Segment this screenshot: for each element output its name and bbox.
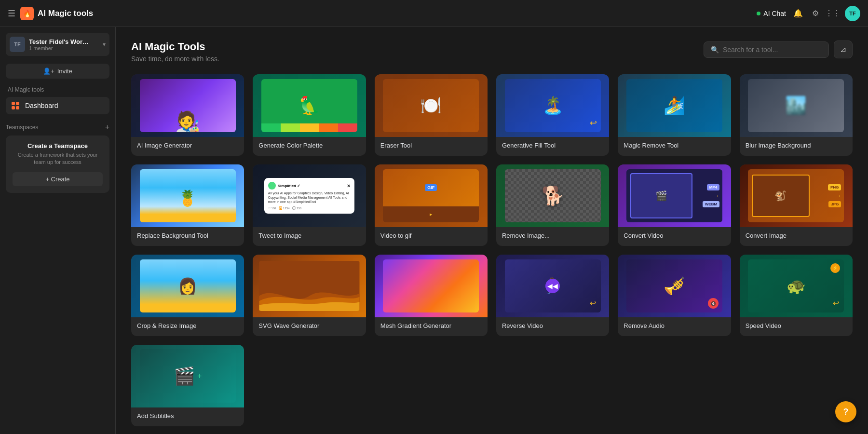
tool-label-video-last: Add Subtitles [131, 407, 244, 426]
settings-icon[interactable]: ⚙ [810, 8, 821, 19]
tool-thumb-remove-image: 🐕 [496, 164, 609, 227]
tool-label-speed-video: Speed Video [740, 317, 853, 336]
search-input[interactable] [723, 46, 822, 54]
tool-card-blur-image-background[interactable]: 🏙️ Blur Image Background [740, 74, 853, 156]
dashboard-icon [11, 101, 20, 110]
tool-card-crop-resize-image[interactable]: 👩 Crop & Resize Image [131, 255, 244, 336]
tool-card-convert-image[interactable]: 🐒 PNG → JPG Convert Image [740, 164, 853, 246]
filter-button[interactable]: ⊿ [834, 41, 853, 58]
tool-label-video-to-gif: Video to gif [375, 227, 488, 246]
create-teamspace-description: Create a framework that sets your team u… [13, 151, 103, 166]
tool-thumb-remove-audio: 🎺 🔇 [618, 255, 731, 317]
tool-thumb-blur-image-background: 🏙️ [740, 74, 853, 137]
create-teamspace-title: Create a Teamspace [13, 142, 103, 149]
tool-card-video-last[interactable]: 🎬 + Add Subtitles [131, 345, 244, 426]
tool-card-ai-image-generator[interactable]: 🧑‍🎨 AI Image Generator [131, 74, 244, 156]
tool-label-eraser-tool: Eraser Tool [375, 137, 488, 156]
tool-thumb-inner-generative-fill-tool: 🏝️ ↩ [496, 74, 609, 137]
tool-label-svg-wave-generator: SVG Wave Generator [253, 317, 366, 336]
create-teamspace-button[interactable]: + Create [13, 172, 103, 186]
sidebar: TF Tester Fidel's Works... 1 member ▾ 👤+… [0, 27, 116, 434]
tool-thumb-inner-magic-remove-tool: 🏄 [618, 74, 731, 137]
app-body: TF Tester Fidel's Works... 1 member ▾ 👤+… [0, 27, 868, 434]
tool-thumb-speed-video: 🐢 ⚡ ↩ [740, 255, 853, 317]
tool-thumb-inner-svg-wave-generator [253, 255, 366, 317]
tool-label-blur-image-background: Blur Image Background [740, 137, 853, 156]
tool-thumb-inner-blur-image-background: 🏙️ [740, 74, 853, 137]
tool-card-convert-video[interactable]: 🎬 MP4 → WEBM Convert Video [618, 164, 731, 246]
main-content: AI Magic Tools Save time, do more with l… [116, 27, 868, 434]
tool-card-replace-background-tool[interactable]: 🍍 Replace Background Tool [131, 164, 244, 246]
tool-card-reverse-video[interactable]: 🏃 ◀◀ ↩ Reverse Video [496, 255, 609, 336]
tool-card-remove-image[interactable]: 🐕 Remove Image... [496, 164, 609, 246]
tool-thumb-inner-convert-image: 🐒 PNG → JPG [740, 164, 853, 227]
tool-label-convert-image: Convert Image [740, 227, 853, 246]
add-teamspace-button[interactable]: + [105, 123, 109, 132]
tool-card-tweet-to-image[interactable]: Simplified ✓ ✕ All your AI Apps for Grap… [253, 164, 366, 246]
tool-thumb-generative-fill-tool: 🏝️ ↩ [496, 74, 609, 137]
page-title-group: AI Magic Tools Save time, do more with l… [131, 41, 219, 63]
ai-chat-button[interactable]: AI Chat [757, 10, 786, 17]
brand-icon: 🔥 [20, 7, 34, 20]
brand-name: AI Magic tools [38, 9, 93, 18]
tool-card-mesh-gradient-generator[interactable]: Mesh Gradient Generator [375, 255, 488, 336]
tool-label-replace-background-tool: Replace Background Tool [131, 227, 244, 246]
tool-label-magic-remove-tool: Magic Remove Tool [618, 137, 731, 156]
tool-thumb-ai-image-generator: 🧑‍🎨 [131, 74, 244, 137]
tool-card-generate-color-palette[interactable]: 🦜 Generate Color Palette [253, 74, 366, 156]
help-fab[interactable]: ? [835, 401, 856, 422]
workspace-name: Tester Fidel's Works... [29, 38, 92, 45]
tool-label-reverse-video: Reverse Video [496, 317, 609, 336]
tool-thumb-tweet-to-image: Simplified ✓ ✕ All your AI Apps for Grap… [253, 164, 366, 227]
tool-label-mesh-gradient-generator: Mesh Gradient Generator [375, 317, 488, 336]
sidebar-section-label: AI Magic tools [6, 86, 109, 93]
tool-label-convert-video: Convert Video [618, 227, 731, 246]
tools-grid: 🧑‍🎨 AI Image Generator 🦜 Generate Color … [131, 74, 853, 426]
search-filter-row: 🔍 ⊿ [704, 41, 853, 58]
tool-card-speed-video[interactable]: 🐢 ⚡ ↩ Speed Video [740, 255, 853, 336]
teamspaces-header: Teamspaces + [6, 123, 109, 132]
ai-chat-label: AI Chat [763, 10, 786, 17]
tool-thumb-inner-speed-video: 🐢 ⚡ ↩ [740, 255, 853, 317]
workspace-members: 1 member [29, 45, 99, 51]
invite-button[interactable]: 👤+ Invite [6, 64, 109, 79]
tool-card-remove-audio[interactable]: 🎺 🔇 Remove Audio [618, 255, 731, 336]
tool-card-video-to-gif[interactable]: GIF ▶ Video to gif [375, 164, 488, 246]
create-teamspace-card: Create a Teamspace Create a framework th… [6, 136, 109, 193]
tool-thumb-crop-resize-image: 👩 [131, 255, 244, 317]
brand: 🔥 AI Magic tools [20, 7, 93, 20]
user-avatar[interactable]: TF [845, 6, 860, 21]
tool-thumb-video-last: 🎬 + [131, 345, 244, 407]
hamburger-menu[interactable]: ☰ [8, 8, 15, 19]
workspace-info: Tester Fidel's Works... 1 member [29, 38, 99, 51]
tool-thumb-replace-background-tool: 🍍 [131, 164, 244, 227]
workspace-avatar: TF [10, 37, 25, 52]
nav-right: AI Chat 🔔 ⚙ ⋮⋮ TF [757, 6, 860, 21]
top-navigation: ☰ 🔥 AI Magic tools AI Chat 🔔 ⚙ ⋮⋮ TF [0, 0, 868, 27]
tool-card-magic-remove-tool[interactable]: 🏄 Magic Remove Tool [618, 74, 731, 156]
tool-thumb-inner-generate-color-palette: 🦜 [253, 74, 366, 137]
tool-thumb-eraser-tool: 🍽️ [375, 74, 488, 137]
sidebar-item-dashboard[interactable]: Dashboard [6, 97, 109, 114]
tool-label-tweet-to-image: Tweet to Image [253, 227, 366, 246]
tool-thumb-inner-remove-audio: 🎺 🔇 [618, 255, 731, 317]
tool-thumb-inner-remove-image: 🐕 [496, 164, 609, 227]
page-header: AI Magic Tools Save time, do more with l… [131, 41, 853, 63]
nav-left: ☰ 🔥 AI Magic tools [8, 7, 93, 20]
apps-grid-icon[interactable]: ⋮⋮ [827, 8, 838, 19]
workspace-header[interactable]: TF Tester Fidel's Works... 1 member ▾ [6, 33, 109, 56]
tool-card-generative-fill-tool[interactable]: 🏝️ ↩ Generative Fill Tool [496, 74, 609, 156]
tool-thumb-inner-ai-image-generator: 🧑‍🎨 [131, 74, 244, 137]
search-box: 🔍 [704, 41, 829, 58]
tool-thumb-convert-image: 🐒 PNG → JPG [740, 164, 853, 227]
tool-card-svg-wave-generator[interactable]: SVG Wave Generator [253, 255, 366, 336]
tool-thumb-convert-video: 🎬 MP4 → WEBM [618, 164, 731, 227]
tool-label-generative-fill-tool: Generative Fill Tool [496, 137, 609, 156]
tool-thumb-video-to-gif: GIF ▶ [375, 164, 488, 227]
tool-label-generate-color-palette: Generate Color Palette [253, 137, 366, 156]
tool-thumb-magic-remove-tool: 🏄 [618, 74, 731, 137]
tool-thumb-generate-color-palette: 🦜 [253, 74, 366, 137]
notifications-icon[interactable]: 🔔 [793, 8, 803, 19]
tool-card-eraser-tool[interactable]: 🍽️ Eraser Tool [375, 74, 488, 156]
tool-thumb-inner-video-last: 🎬 + [131, 345, 244, 407]
